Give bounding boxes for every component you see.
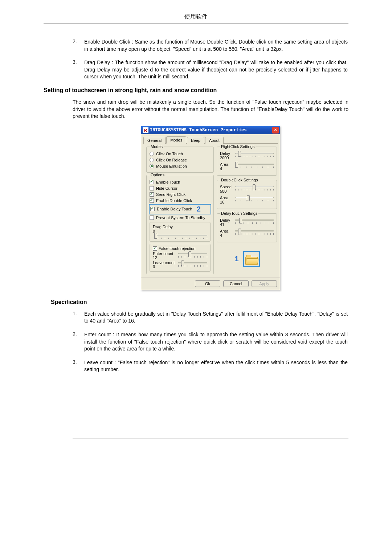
list1-item-3: 3. Drag Delay : The function show the am… [73,59,348,81]
leave-count-slider[interactable] [178,261,207,267]
dt-delay-label: Delay [220,218,234,222]
delaytouch-legend: DelayTouch Settings [220,211,258,216]
page-header: 使用软件 [44,13,348,24]
radio-icon [150,152,154,156]
dt-area-label: Area [220,229,234,233]
list2-item-2: 2. Enter count : It means how many times… [73,331,348,353]
list1-num: 2. [73,38,83,44]
dc-speed-value: 500 [220,189,234,193]
rc-area-value: 4 [220,167,234,171]
rightclick-group: RightClick Settings Delay 2000 [217,147,277,176]
list2-num: 3. [73,359,83,365]
false-touch-group: False touch rejection Enter count 12 [150,244,211,272]
check-send-right-click[interactable]: Send Right Click [150,192,211,197]
list1-num: 3. [73,59,83,65]
options-group: Options Enable Touch Hide Cursor [146,175,214,274]
dt-area-slider[interactable] [235,229,274,235]
rc-delay-value: 2000 [220,156,234,160]
rc-delay-slider[interactable] [235,151,274,158]
list2-num: 1. [73,311,83,316]
app-icon: R [143,127,148,133]
checkbox-icon [150,186,154,190]
checkbox-icon [150,180,154,184]
check-hide-cursor[interactable]: Hide Cursor [150,186,211,190]
check-label: Send Right Click [156,192,185,197]
titlebar: R IRTOUCHSYSTEMS TouchScreen Properties … [141,126,280,134]
radio-label: Click On Release [156,158,187,162]
checkbox-icon [150,216,154,220]
dialog-screenshot: R IRTOUCHSYSTEMS TouchScreen Properties … [73,126,348,290]
check-prevent-standby[interactable]: Prevent System To Standby [150,216,211,220]
drag-delay-group: Drag Delay 0 [150,222,211,242]
folder-icon[interactable] [245,255,258,265]
list2-text: Leave count : "False touch rejection" is… [84,359,348,373]
tab-about[interactable]: About [205,137,224,144]
tab-modes[interactable]: Modes [166,136,186,144]
leave-count-label: Leave count [153,261,177,265]
dc-area-slider[interactable] [235,196,274,202]
enter-count-slider[interactable] [178,252,207,258]
para-intro: The snow and rain drop will be mistakenl… [73,99,348,120]
drag-delay-value: 0 [153,229,207,233]
check-label: Enable Delay Touch [157,207,192,211]
ok-button[interactable]: Ok [195,280,220,287]
checkbox-icon [150,198,154,203]
rc-delay-label: Delay [220,151,234,156]
close-icon[interactable]: × [272,127,279,134]
false-touch-label: False touch rejection [159,246,196,251]
dc-speed-label: Speed [220,185,234,189]
dc-speed-slider[interactable] [235,185,274,191]
list2-item-3: 3. Leave count : "False touch rejection"… [73,359,348,373]
enter-count-value: 12 [153,256,177,260]
rc-area-slider[interactable] [235,162,274,169]
annotation-2: 2 [197,205,201,213]
radio-click-on-touch[interactable]: Click On Touch [150,152,211,156]
dt-delay-value: 41 [220,222,234,227]
radio-mouse-emulation[interactable]: Mouse Emulation [150,164,211,168]
delaytouch-group: DelayTouch Settings Delay 41 [217,213,277,242]
radio-label: Mouse Emulation [156,164,187,168]
list2-item-1: 1. Each value should be gradually set in… [73,311,348,325]
heading-setting: Setting of touchscreen in strong light, … [44,87,348,94]
list1-item-2: 2. Enable Double Click : Same as the fun… [73,38,348,53]
checkbox-icon [150,192,154,197]
check-enable-double-click[interactable]: Enable Double Click [150,198,211,203]
annotation-1: 1 [234,255,238,263]
modes-legend: Modes [150,144,164,149]
check-label: Prevent System To Standby [156,216,205,220]
drag-delay-slider[interactable] [154,233,207,240]
list1-text: Drag Delay : The function show the amoun… [84,59,348,81]
dt-delay-slider[interactable] [235,218,274,225]
window-title: IRTOUCHSYSTEMS TouchScreen Properties [150,128,272,133]
dt-area-value: 4 [220,233,234,238]
footer-rule [73,439,348,439]
false-touch-legend: False touch rejection [153,246,207,251]
rc-area-label: Area [220,162,234,167]
tab-beep[interactable]: Beep [187,137,204,144]
radio-label: Click On Touch [156,152,183,156]
doubleclick-legend: DoubleClick Settings [220,178,259,182]
tab-general[interactable]: General [143,137,166,144]
list2-text: Enter count : It means how many times yo… [84,331,348,353]
dc-area-value: 16 [220,200,234,204]
dc-area-label: Area [220,196,234,200]
properties-window: R IRTOUCHSYSTEMS TouchScreen Properties … [141,126,280,290]
check-label: Enable Double Click [156,198,192,203]
drag-delay-legend: Drag Delay [153,225,207,229]
check-label: Hide Cursor [156,186,177,190]
check-enable-delay-touch[interactable]: Enable Delay Touch 2 [150,205,211,214]
modes-group: Modes Click On Touch Click On Release [146,147,214,173]
radio-click-on-release[interactable]: Click On Release [150,158,211,162]
checkbox-icon [150,207,155,211]
doubleclick-group: DoubleClick Settings Speed 500 [217,180,277,209]
list2-num: 2. [73,331,83,337]
checkbox-icon[interactable] [153,246,157,251]
list1-text: Enable Double Click : Same as the functi… [84,38,348,53]
options-legend: Options [150,173,166,177]
cancel-button[interactable]: Cancel [223,280,249,287]
heading-specification: Specification [51,299,348,305]
apply-button[interactable]: Apply [252,280,277,287]
list2-text: Each value should be gradually set in "D… [84,311,348,325]
check-enable-touch[interactable]: Enable Touch [150,180,211,184]
rightclick-legend: RightClick Settings [220,144,256,149]
